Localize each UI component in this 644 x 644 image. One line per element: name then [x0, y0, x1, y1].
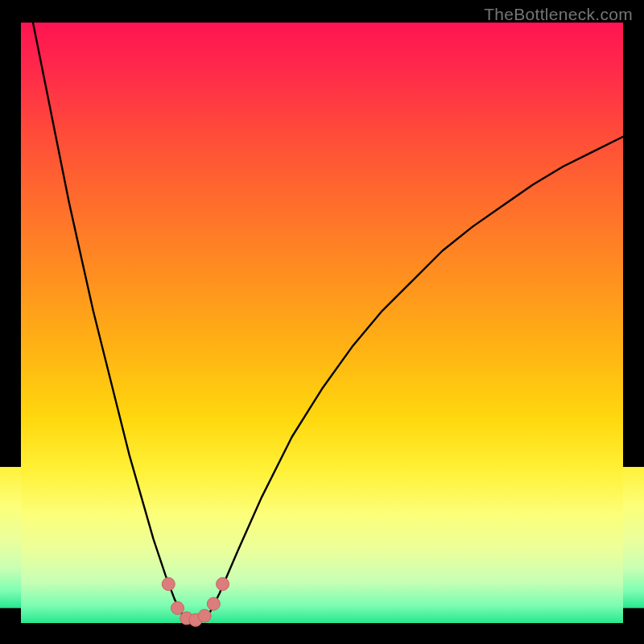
curve-marker [171, 601, 184, 614]
curve-marker [198, 609, 211, 622]
chart-stage: TheBottleneck.com [0, 0, 644, 644]
bottleneck-curve-chart [0, 0, 644, 644]
curve-marker [207, 597, 220, 610]
curve-marker [217, 578, 229, 591]
curve-marker [162, 578, 175, 591]
plot-gradient-background [21, 23, 623, 623]
